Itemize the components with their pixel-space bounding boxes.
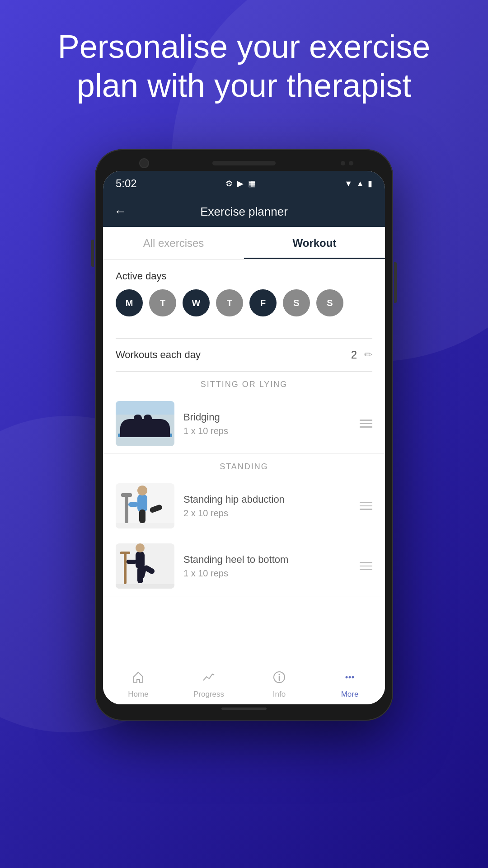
day-friday[interactable]: F (249, 289, 277, 316)
svg-point-12 (137, 486, 147, 495)
day-wednesday[interactable]: W (183, 289, 210, 316)
sd-icon: ▦ (248, 179, 256, 189)
svg-rect-3 (144, 415, 152, 429)
settings-icon: ⚙ (225, 179, 233, 189)
drag-handle-hip[interactable] (360, 502, 372, 510)
exercise-thumb-heel (116, 543, 174, 589)
phone-bezel-top (103, 157, 385, 171)
speaker (212, 161, 276, 165)
active-days-section: Active days M T W T (103, 259, 385, 338)
svg-rect-8 (116, 523, 174, 528)
sensors (341, 161, 353, 165)
nav-more[interactable]: More (314, 663, 385, 704)
svg-point-29 (349, 676, 351, 679)
exercise-reps-heel: 1 x 10 reps (183, 568, 351, 579)
nav-more-label: More (341, 690, 359, 699)
exercise-info-heel: Standing heel to bottom 1 x 10 reps (183, 554, 351, 579)
drag-handle-heel[interactable] (360, 562, 372, 570)
phone-screen: 5:02 ⚙ ▶ ▦ ▼ ▲ ▮ ← Exercise planner (103, 171, 385, 704)
days-row: M T W T F (116, 289, 372, 316)
wifi-icon: ▼ (344, 179, 352, 189)
exercise-reps-hip: 2 x 10 reps (183, 508, 351, 519)
svg-rect-24 (127, 560, 136, 564)
more-icon (343, 670, 357, 687)
volume-button (91, 240, 94, 267)
workouts-label: Workouts each day (116, 349, 201, 361)
tab-bar: All exercises Workout (103, 227, 385, 259)
svg-rect-0 (118, 434, 172, 437)
power-button (394, 262, 397, 303)
nav-info[interactable]: Info (244, 663, 314, 704)
drag-handle-bridging[interactable] (360, 420, 372, 428)
day-saturday[interactable]: S (283, 289, 310, 316)
bottom-nav: Home Progress (103, 663, 385, 704)
day-sunday[interactable]: S (316, 289, 343, 316)
day-thursday[interactable]: T (216, 289, 243, 316)
progress-icon (202, 670, 216, 687)
exercise-thumb-bridging (116, 401, 174, 446)
play-icon: ▶ (237, 179, 244, 189)
svg-point-27 (279, 674, 280, 675)
svg-rect-5 (143, 429, 153, 434)
svg-rect-13 (139, 509, 145, 523)
exercise-bridging[interactable]: Bridging 1 x 10 reps (103, 394, 385, 454)
day-tuesday[interactable]: T (149, 289, 176, 316)
hip-abduction-figure (116, 483, 174, 528)
svg-rect-15 (128, 502, 138, 507)
svg-rect-2 (134, 415, 142, 429)
sensor-1 (341, 161, 345, 165)
category-standing: STANDING (103, 454, 385, 476)
day-monday[interactable]: M (116, 289, 143, 316)
workouts-each-day-row: Workouts each day 2 ✏ (103, 339, 385, 371)
back-button[interactable]: ← (114, 204, 127, 219)
svg-point-30 (352, 676, 354, 679)
exercise-name-hip: Standing hip abduction (183, 494, 351, 505)
svg-point-28 (346, 676, 348, 679)
home-indicator (221, 708, 267, 710)
exercise-name-bridging: Bridging (183, 411, 351, 423)
exercise-heel-to-bottom[interactable]: Standing heel to bottom 1 x 10 reps (103, 536, 385, 596)
nav-home-label: Home (128, 690, 148, 699)
info-icon (272, 670, 286, 687)
svg-rect-4 (133, 429, 143, 434)
svg-point-1 (128, 421, 162, 434)
svg-rect-10 (121, 493, 132, 497)
nav-progress-label: Progress (193, 690, 224, 699)
exercise-name-heel: Standing heel to bottom (183, 554, 351, 566)
nav-progress[interactable]: Progress (174, 663, 244, 704)
exercise-info-bridging: Bridging 1 x 10 reps (183, 411, 351, 436)
battery-icon: ▮ (368, 179, 372, 189)
svg-rect-9 (125, 495, 128, 523)
phone-mockup: 5:02 ⚙ ▶ ▦ ▼ ▲ ▮ ← Exercise planner (95, 149, 393, 721)
active-days-label: Active days (116, 270, 372, 282)
exercise-thumb-hip (116, 483, 174, 528)
camera (139, 158, 149, 168)
category-sitting-lying: SITTING OR LYING (103, 372, 385, 394)
status-time: 5:02 (116, 177, 137, 190)
svg-point-20 (136, 543, 145, 552)
edit-icon[interactable]: ✏ (364, 349, 372, 361)
svg-rect-11 (137, 495, 147, 512)
hero-title: Personalise your exercise plan with your… (0, 27, 488, 105)
signal-icon: ▲ (356, 179, 364, 189)
svg-rect-16 (116, 584, 174, 589)
exercise-info-hip: Standing hip abduction 2 x 10 reps (183, 494, 351, 519)
svg-rect-7 (125, 428, 147, 433)
heel-to-bottom-figure (116, 543, 174, 589)
content-area: Active days M T W T (103, 259, 385, 663)
screen-title: Exercise planner (134, 205, 354, 219)
status-bar: 5:02 ⚙ ▶ ▦ ▼ ▲ ▮ (103, 171, 385, 196)
status-right: ▼ ▲ ▮ (344, 179, 372, 189)
phone-bezel-bottom (103, 704, 385, 712)
workouts-count: 2 (351, 349, 357, 361)
sensor-2 (349, 161, 353, 165)
tab-all-exercises[interactable]: All exercises (103, 227, 244, 259)
bridging-figure (116, 401, 174, 446)
phone-frame: 5:02 ⚙ ▶ ▦ ▼ ▲ ▮ ← Exercise planner (95, 149, 393, 721)
nav-home[interactable]: Home (103, 663, 174, 704)
svg-rect-14 (149, 504, 163, 514)
svg-point-6 (152, 419, 163, 430)
tab-workout[interactable]: Workout (244, 227, 385, 259)
svg-rect-17 (124, 552, 127, 584)
exercise-hip-abduction[interactable]: Standing hip abduction 2 x 10 reps (103, 476, 385, 536)
